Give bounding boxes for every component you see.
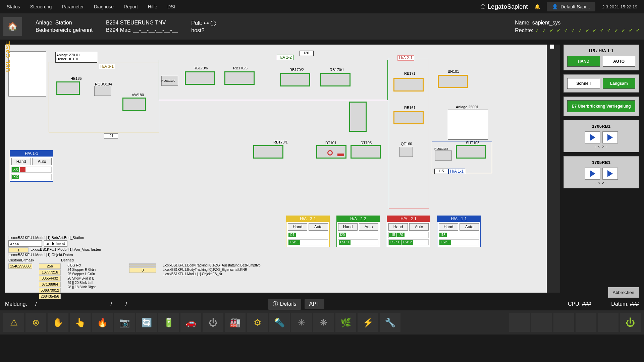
lbl-robo184b: ROBO184 xyxy=(434,147,448,150)
rp-card-override: E7 Überbrückung Verriegelung xyxy=(564,97,639,116)
ha-auto[interactable]: Auto xyxy=(409,223,429,231)
hand-button[interactable]: HAND xyxy=(567,56,600,67)
device-rb1701b[interactable] xyxy=(253,145,283,159)
device-bh101[interactable] xyxy=(438,75,468,88)
ha-left-hand[interactable]: Hand xyxy=(11,158,31,165)
tool-icon-11[interactable]: ⚙ xyxy=(247,313,268,332)
tool-empty4[interactable] xyxy=(576,313,596,332)
tool-icon-9[interactable]: ⏻ xyxy=(203,313,223,332)
tool-empty2[interactable] xyxy=(531,313,552,332)
lbl-bh101: BH101 xyxy=(448,69,459,73)
lbl-rb1701b: RB170/1 xyxy=(273,140,288,144)
tool-icon-15[interactable]: 🌿 xyxy=(335,313,356,332)
schnell-button[interactable]: Schnell xyxy=(567,78,600,89)
tool-icon-8[interactable]: 🚗 xyxy=(180,313,201,332)
ha-hand[interactable]: Hand xyxy=(338,223,358,231)
ha-title: H/A - 2-1 xyxy=(387,216,430,222)
arrow-right-1705[interactable] xyxy=(602,168,618,180)
power-button[interactable]: ⏻ xyxy=(620,313,641,332)
tool-icon-1[interactable]: ⊗ xyxy=(25,313,46,332)
tool-icon-4[interactable]: 🔥 xyxy=(92,313,113,332)
auto-button[interactable]: AUTO xyxy=(603,56,636,67)
use-case-box[interactable]: USE CASE xyxy=(8,51,46,97)
tool-icon-13[interactable]: ✳ xyxy=(291,313,312,332)
tool-icon-14[interactable]: ❋ xyxy=(313,313,334,332)
device-robo184[interactable] xyxy=(94,86,111,96)
chip: I15 xyxy=(389,233,396,237)
scrollbar[interactable] xyxy=(547,45,560,293)
scada-canvas[interactable]: USE CASE Anlage 270.01 Heber HE101 H/A 3… xyxy=(5,45,547,293)
device-rb1705[interactable] xyxy=(224,71,255,85)
menu-dst[interactable]: DSt xyxy=(167,4,175,9)
chip: LSP 1 xyxy=(389,240,401,245)
device-robo184b[interactable] xyxy=(435,150,452,161)
device-vw180[interactable] xyxy=(122,98,146,111)
debug-input1[interactable] xyxy=(8,240,42,247)
menu-status[interactable]: Status xyxy=(7,4,20,9)
device-rb170-vert[interactable] xyxy=(349,102,367,132)
infobar: 🏠 Anlage: Station Bedienbereich: getrenn… xyxy=(0,13,644,40)
menu-report[interactable]: Report xyxy=(124,4,138,9)
details-button[interactable]: ⓘ Details xyxy=(268,299,301,310)
tool-icon-2[interactable]: ✋ xyxy=(48,313,68,332)
ha-hand[interactable]: Hand xyxy=(439,223,458,231)
device-qf160[interactable] xyxy=(399,147,413,157)
lbl-sht105: SHT105 xyxy=(466,141,479,145)
device-dt101[interactable] xyxy=(316,145,346,159)
arrow-right-1706[interactable] xyxy=(602,131,618,143)
device-he185[interactable] xyxy=(56,81,80,95)
screen-i21[interactable]: I21 xyxy=(104,133,118,139)
menu-diagnose[interactable]: Diagnose xyxy=(94,4,114,9)
langsam-button[interactable]: Langsam xyxy=(603,78,636,89)
lbl-anlage25001: Anlage 25001 xyxy=(456,105,479,109)
tool-icon-16[interactable]: ⚡ xyxy=(358,313,378,332)
apt-button[interactable]: APT xyxy=(305,299,324,309)
device-rb1706[interactable] xyxy=(185,71,215,85)
tool-icon-0[interactable]: ⚠ xyxy=(3,313,24,332)
tool-icon-7[interactable]: 🔋 xyxy=(158,313,179,332)
anlage25001-box[interactable] xyxy=(448,110,488,140)
device-rb171[interactable] xyxy=(393,78,424,92)
ha-left-title: H/A 1-1 xyxy=(10,150,53,157)
ha-hand[interactable]: Hand xyxy=(388,223,408,231)
ha-left-auto[interactable]: Auto xyxy=(32,158,52,165)
tool-icon-5[interactable]: 📷 xyxy=(114,313,135,332)
menu-steuerung[interactable]: Steuerung xyxy=(30,4,52,9)
debug-input2[interactable] xyxy=(44,240,67,247)
rp-title1: I15 / H/A 1-1 xyxy=(567,48,635,53)
tool-icon-3[interactable]: 👆 xyxy=(70,313,91,332)
user-button[interactable]: 👤 Default Sapi... xyxy=(547,2,595,11)
notification-icon[interactable]: 🔔 xyxy=(534,4,540,9)
screen-i20[interactable]: I20 xyxy=(300,51,314,56)
home-button[interactable]: 🏠 xyxy=(3,17,22,36)
arrow-left-1706[interactable] xyxy=(585,131,600,143)
override-button[interactable]: E7 Überbrückung Verriegelung xyxy=(567,100,635,112)
menu-hilfe[interactable]: Hilfe xyxy=(148,4,157,9)
tool-icon-12[interactable]: 🔦 xyxy=(269,313,290,332)
device-rb1702[interactable] xyxy=(280,73,310,86)
device-dt105[interactable] xyxy=(351,145,381,159)
arrow-left-1705[interactable] xyxy=(585,168,600,180)
device-sht105[interactable] xyxy=(456,145,486,159)
tool-empty5[interactable] xyxy=(598,313,619,332)
ha-auto[interactable]: Auto xyxy=(359,223,378,231)
cancel-button[interactable]: Abbrechen xyxy=(608,287,639,298)
device-rb1701[interactable] xyxy=(320,73,351,86)
tool-icon-10[interactable]: 🏭 xyxy=(225,313,246,332)
ha-hand[interactable]: Hand xyxy=(288,223,307,231)
zone-ha31[interactable] xyxy=(49,62,159,132)
chip: I20 xyxy=(339,233,346,237)
lbl-dt105: DT105 xyxy=(361,141,372,145)
tool-empty3[interactable] xyxy=(553,313,574,332)
tool-icon-17[interactable]: 🔧 xyxy=(380,313,400,332)
ha-auto[interactable]: Auto xyxy=(309,223,328,231)
screen-i15[interactable]: I15 xyxy=(434,169,448,174)
ha-auto[interactable]: Auto xyxy=(460,223,479,231)
tool-empty1[interactable] xyxy=(509,313,530,332)
menu-parameter[interactable]: Parameter xyxy=(62,4,84,9)
zone-ha31-label: H/A 3-1 xyxy=(99,64,115,69)
chip: XX xyxy=(12,175,19,179)
tool-icon-6[interactable]: 🔄 xyxy=(136,313,157,332)
info-anlage: Anlage: Station Bedienbereich: getrennt xyxy=(36,20,93,33)
device-rb161[interactable] xyxy=(393,111,424,124)
